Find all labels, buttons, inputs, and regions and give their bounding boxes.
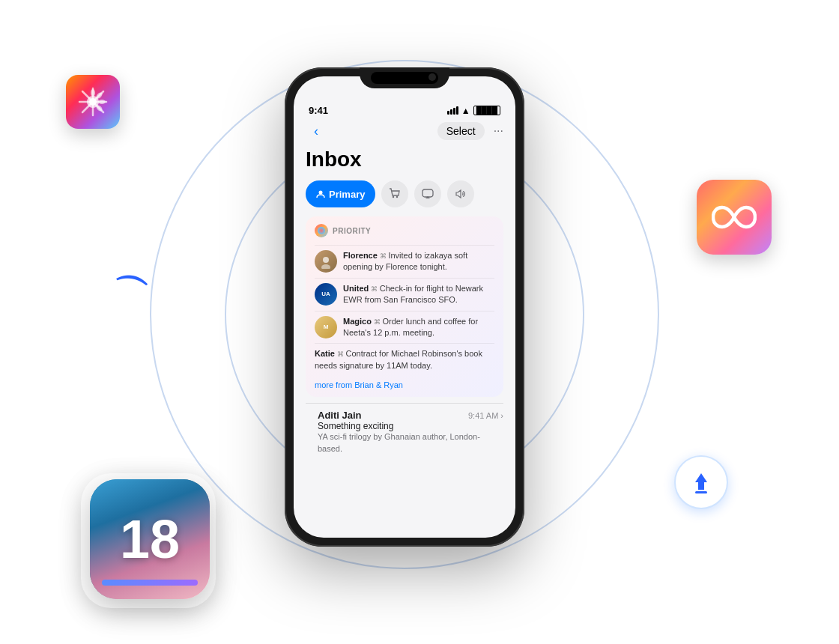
united-avatar-text: UA [321, 291, 330, 297]
tab-chat[interactable] [414, 180, 441, 207]
priority-label: PRIORITY [333, 227, 371, 235]
svg-point-10 [396, 196, 398, 198]
inbox-title: Inbox [306, 148, 503, 171]
priority-app-icon [315, 224, 328, 237]
time-aditi: 9:41 AM › [468, 411, 503, 420]
sender-magico: Magico [343, 317, 372, 326]
svg-point-4 [98, 100, 106, 104]
avatar-magico: M [315, 316, 337, 338]
avatar-united: UA [315, 283, 337, 306]
email-aditi-content: Aditi Jain 9:41 AM › Something exciting … [318, 410, 503, 455]
mail-content: ‹ Select ··· Inbox Primary [294, 121, 515, 461]
svg-point-14 [321, 264, 330, 269]
priority-icon-svg [317, 226, 326, 235]
subject-aditi: Something exciting [318, 421, 503, 431]
iphone-mockup: 9:41 ▲ ████ ‹ Select [285, 67, 524, 547]
mail-nav: ‹ Select ··· [306, 121, 503, 142]
svg-point-8 [319, 191, 323, 195]
megaphone-icon [455, 188, 467, 200]
email-aditi-header: Aditi Jain 9:41 AM › [318, 410, 503, 421]
more-emails-link[interactable]: more from Brian & Ryan [315, 380, 494, 389]
tab-shopping[interactable] [381, 180, 408, 207]
priority-email-katie[interactable]: Katie ⌘ Contract for Michael Robinson's … [315, 343, 494, 376]
more-button[interactable]: ··· [494, 124, 503, 138]
sender-katie: Katie [315, 349, 335, 358]
sender-aditi: Aditi Jain [318, 410, 362, 421]
tab-primary-label: Primary [329, 189, 365, 200]
florence-avatar-icon [318, 254, 333, 269]
ios18-app-icon[interactable]: 18 [90, 479, 210, 599]
email-text-katie: Katie ⌘ Contract for Michael Robinson's … [315, 348, 494, 371]
email-text-magico: Magico ⌘ Order lunch and coffee for Neet… [343, 316, 494, 339]
bubble-icon [422, 188, 434, 200]
ios18-progress-bar [102, 580, 198, 586]
svg-point-12 [318, 227, 325, 234]
svg-rect-7 [695, 491, 707, 493]
sparkle-app-icon[interactable] [66, 75, 120, 129]
priority-email-united[interactable]: UA United ⌘ Check-in for flight to Newar… [315, 278, 494, 311]
sender-florence: Florence [343, 251, 378, 260]
priority-email-florence[interactable]: Florence ⌘ Invited to izakaya soft openi… [315, 245, 494, 278]
sparkle-icon [76, 85, 109, 118]
sender-united: United [343, 284, 369, 293]
infinity-symbol [712, 204, 757, 230]
infinity-app-icon[interactable] [697, 180, 772, 255]
more-link-text: more from Brian & Ryan [315, 380, 403, 389]
iphone-notch [360, 67, 449, 88]
ai-label-united: ⌘ [371, 285, 380, 293]
nav-actions: Select ··· [437, 122, 503, 140]
priority-header: PRIORITY [315, 224, 494, 237]
mail-tab-bar: Primary [306, 180, 503, 207]
ai-label-magico: ⌘ [374, 318, 383, 326]
email-text-united: United ⌘ Check-in for flight to Newark E… [343, 283, 494, 306]
magico-avatar-text: M [324, 323, 329, 330]
priority-email-magico[interactable]: M Magico ⌘ Order lunch and coffee for Ne… [315, 311, 494, 344]
upload-circle-icon[interactable] [674, 455, 728, 509]
ios18-number: 18 [120, 508, 180, 570]
svg-point-9 [393, 196, 394, 198]
preview-aditi: YA sci-fi trilogy by Ghanaian author, Lo… [318, 431, 503, 455]
status-icons: ▲ ████ [447, 106, 500, 116]
blue-swoosh-decoration: ⌒ [107, 267, 151, 320]
svg-rect-11 [422, 189, 433, 197]
svg-point-13 [323, 257, 329, 263]
time-text: 9:41 AM [468, 411, 498, 420]
tab-primary[interactable]: Primary [306, 180, 375, 207]
wifi-icon: ▲ [461, 106, 470, 116]
chevron-icon: › [500, 411, 503, 420]
avatar-florence [315, 250, 337, 273]
email-text-florence: Florence ⌘ Invited to izakaya soft openi… [343, 250, 494, 273]
ai-label-florence: ⌘ [380, 252, 389, 260]
ai-label-katie: ⌘ [337, 350, 346, 358]
svg-point-1 [89, 98, 97, 106]
battery-icon: ████ [473, 106, 500, 115]
cart-icon [389, 188, 401, 200]
signal-icon [447, 106, 458, 115]
svg-marker-6 [695, 473, 707, 490]
back-button[interactable]: ‹ [306, 121, 327, 142]
status-time: 9:41 [309, 105, 328, 116]
email-row-aditi[interactable]: Aditi Jain 9:41 AM › Something exciting … [306, 403, 503, 461]
person-icon [316, 189, 325, 198]
select-button[interactable]: Select [437, 122, 485, 140]
iphone-camera [428, 73, 436, 81]
priority-section: PRIORITY Florence ⌘ Invited to izakaya s… [306, 216, 503, 397]
upload-icon [688, 469, 715, 496]
svg-point-2 [91, 89, 95, 97]
iphone-screen: 9:41 ▲ ████ ‹ Select [294, 76, 515, 538]
tab-promo[interactable] [447, 180, 474, 207]
